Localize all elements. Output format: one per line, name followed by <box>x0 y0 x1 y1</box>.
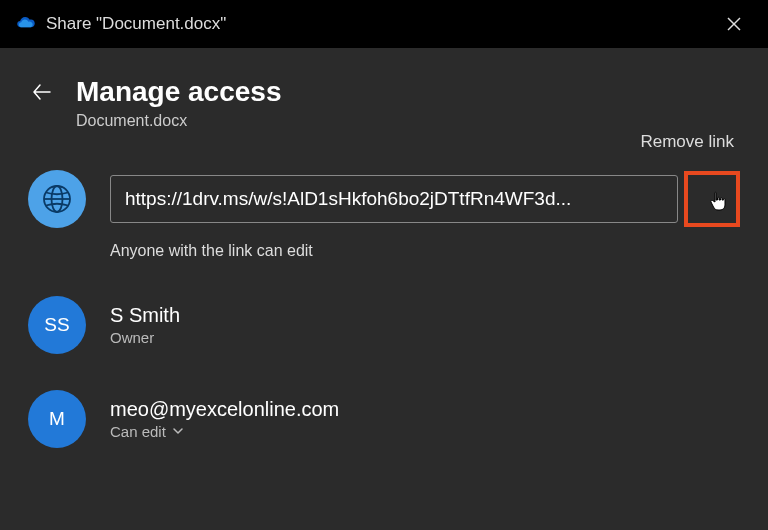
globe-icon <box>28 170 86 228</box>
page-title: Manage access <box>76 76 281 108</box>
avatar: M <box>28 390 86 448</box>
onedrive-cloud-icon <box>16 14 36 34</box>
titlebar: Share "Document.docx" <box>0 0 768 48</box>
person-row-owner: SS S Smith Owner <box>28 296 740 354</box>
copy-link-button[interactable] <box>684 171 740 227</box>
window-title: Share "Document.docx" <box>46 14 226 34</box>
avatar-initials: SS <box>44 314 69 336</box>
avatar: SS <box>28 296 86 354</box>
avatar-initials: M <box>49 408 65 430</box>
close-button[interactable] <box>716 6 752 42</box>
person-role: Owner <box>110 329 180 346</box>
titlebar-left: Share "Document.docx" <box>16 14 226 34</box>
link-description: Anyone with the link can edit <box>110 242 740 260</box>
person-row-editor: M meo@myexcelonline.com Can edit <box>28 390 740 448</box>
remove-link-button[interactable]: Remove link <box>28 132 740 152</box>
link-row <box>28 170 740 228</box>
link-input-wrap <box>110 171 740 227</box>
document-name: Document.docx <box>76 112 740 130</box>
chevron-down-icon <box>172 423 184 440</box>
person-info: S Smith Owner <box>110 304 180 346</box>
back-button[interactable] <box>28 78 56 106</box>
share-link-input[interactable] <box>110 175 678 223</box>
content-area: Manage access Document.docx Remove link <box>0 48 768 468</box>
cursor-hand-icon <box>706 189 730 217</box>
person-info: meo@myexcelonline.com Can edit <box>110 398 339 440</box>
person-name: meo@myexcelonline.com <box>110 398 339 421</box>
person-name: S Smith <box>110 304 180 327</box>
header-row: Manage access <box>28 76 740 108</box>
person-permission-dropdown[interactable]: Can edit <box>110 423 339 440</box>
